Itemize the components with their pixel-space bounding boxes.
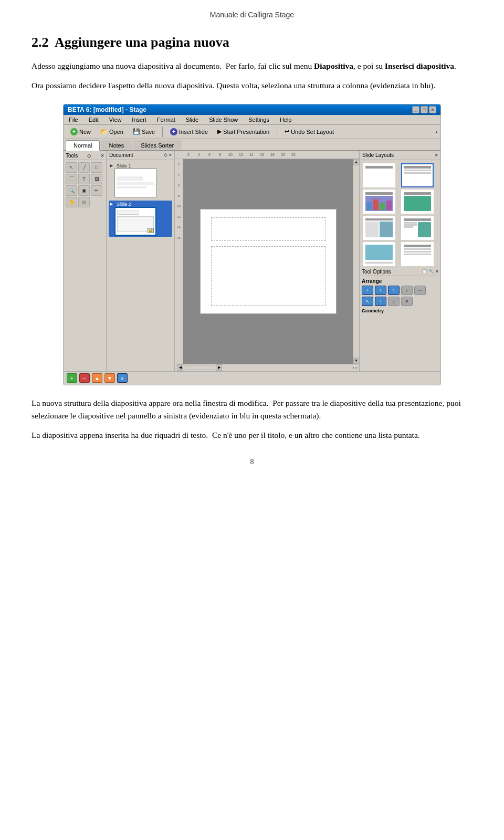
tool-options-icons[interactable]: 📋 🔧 × xyxy=(422,269,438,275)
tool-shape[interactable]: ◎ xyxy=(78,197,90,207)
slide-title-placeholder[interactable] xyxy=(211,217,326,241)
maximize-button[interactable]: □ xyxy=(421,106,428,113)
minimize-button[interactable]: _ xyxy=(412,106,419,113)
save-label: Save xyxy=(142,129,155,135)
tool-fill[interactable]: ▣ xyxy=(78,185,90,196)
arrange-btn-7[interactable]: ↑ xyxy=(375,297,386,306)
undo-button[interactable]: ↩ Undo Set Layout xyxy=(281,127,338,136)
presentation-icon: ▶ xyxy=(217,128,222,135)
tab-slides-sorter[interactable]: Slides Sorter xyxy=(133,140,182,150)
tab-normal[interactable]: Normal xyxy=(66,140,100,151)
ruler-mark-2: 2 xyxy=(183,153,194,156)
slide-2-thumb[interactable]: 🔒 xyxy=(114,207,156,236)
tool-image[interactable]: 🖼 xyxy=(91,174,102,184)
slide-item-1[interactable]: ▶ Slide 1 xyxy=(109,162,172,198)
menu-bar: File Edit View Insert Format Slide Slide… xyxy=(64,115,440,125)
slide-canvas[interactable] xyxy=(200,209,337,314)
menu-format[interactable]: Format xyxy=(155,116,177,123)
ruler-left: 2 4 6 8 10 12 14 16 xyxy=(175,159,183,364)
scroll-left-button[interactable]: ◀ xyxy=(177,364,183,371)
remove-slide-button[interactable]: − xyxy=(79,373,90,383)
menu-settings[interactable]: Settings xyxy=(246,116,271,123)
tool-options-title: Tool Options xyxy=(362,269,391,275)
slide-content-placeholder[interactable] xyxy=(211,246,326,306)
tool-rect[interactable]: □ xyxy=(91,162,102,173)
move-down-button[interactable]: ▼ xyxy=(104,373,115,383)
slide-item-2[interactable]: ▶ Slide 2 🔒 xyxy=(109,201,172,237)
tool-pointer[interactable]: ↖ xyxy=(66,162,77,173)
tool-hand[interactable]: ✋ xyxy=(66,197,77,207)
tool-text[interactable]: T xyxy=(78,174,90,184)
doc-expand-btn[interactable]: ◇ xyxy=(164,152,167,158)
scroll-track-h[interactable] xyxy=(184,365,215,370)
menu-insert[interactable]: Insert xyxy=(130,116,149,123)
tool-options-header: Tool Options 📋 🔧 × xyxy=(362,269,438,276)
tool-line[interactable]: ╱ xyxy=(78,162,90,173)
add-slide-button[interactable]: + xyxy=(67,373,77,383)
layout-text-image[interactable] xyxy=(401,216,434,240)
slide-list: ▶ Slide 1 xyxy=(107,160,174,371)
layout8-l1 xyxy=(404,245,431,247)
layout-title-only[interactable] xyxy=(401,163,434,187)
tools-title: Tools xyxy=(66,153,78,159)
scroll-right-button[interactable]: ▶ xyxy=(216,364,222,371)
layout-title-chart[interactable] xyxy=(363,190,395,214)
arrange-btn-1[interactable]: + xyxy=(362,286,373,295)
slide-layouts-title: Slide Layouts xyxy=(362,152,394,158)
tool-row-4: ✋ ◎ xyxy=(66,197,104,207)
menu-edit[interactable]: Edit xyxy=(87,116,101,123)
tool-zoom[interactable]: 🔍 xyxy=(66,185,77,196)
arrange-row-2: ↖ ↑ ↓ ✕ xyxy=(362,297,438,306)
layout4-image xyxy=(404,196,431,211)
ruler-mark-14: 14 xyxy=(246,153,257,156)
layout-image-caption[interactable] xyxy=(363,242,395,266)
tools-expand[interactable]: ◇ xyxy=(87,153,91,159)
slide-1-wrap: ▶ Slide 1 xyxy=(110,163,171,197)
arrange-btn-9[interactable]: ✕ xyxy=(401,297,413,306)
insert-slide-button[interactable]: + Insert Slide xyxy=(166,127,212,137)
new-button[interactable]: + New xyxy=(67,127,94,137)
slide-2-name: Slide 2 xyxy=(117,202,131,207)
open-label: Open xyxy=(109,129,123,135)
start-presentation-button[interactable]: ▶ Start Presentation xyxy=(214,127,273,136)
tool-extra[interactable]: ✏ xyxy=(91,185,102,196)
menu-slide[interactable]: Slide xyxy=(184,116,201,123)
slide-2-arrow: ▶ xyxy=(110,202,113,206)
open-button[interactable]: 📂 Open xyxy=(97,127,127,136)
toolbar-expand[interactable]: › xyxy=(435,129,437,135)
layout-lines[interactable] xyxy=(401,242,434,266)
scroll-up-button[interactable]: ▲ xyxy=(353,159,360,165)
ruler-mark-10: 10 xyxy=(225,153,236,156)
menu-view[interactable]: View xyxy=(107,116,124,123)
layout-blank[interactable] xyxy=(363,163,395,187)
layout-two-col[interactable] xyxy=(363,216,395,240)
tool-curve[interactable]: ⌒ xyxy=(66,174,77,184)
arrange-btn-3[interactable]: ↑ xyxy=(388,286,400,295)
menu-slideshow[interactable]: Slide Show xyxy=(207,116,240,123)
arrange-btn-2[interactable]: + xyxy=(375,286,386,295)
action-button[interactable]: ≡ xyxy=(117,373,128,383)
tab-notes[interactable]: Notes xyxy=(101,140,132,150)
main-area: Tools ◇ × ↖ ╱ □ ⌒ T 🖼 🔍 ▣ ✏ ✋ ◎ xyxy=(64,151,440,371)
menu-file[interactable]: File xyxy=(67,116,80,123)
canvas-nav-right[interactable]: › xyxy=(355,365,357,370)
save-button[interactable]: 💾 Save xyxy=(129,127,159,136)
move-up-button[interactable]: ▲ xyxy=(92,373,102,383)
canvas-nav-left[interactable]: ‹ xyxy=(353,365,354,370)
arrange-btn-8[interactable]: ↓ xyxy=(388,297,400,306)
arrange-btn-6[interactable]: ↖ xyxy=(362,297,373,306)
scroll-down-button[interactable]: ▼ xyxy=(353,358,360,364)
layout-title-image[interactable] xyxy=(401,190,434,214)
slide-1-thumb[interactable] xyxy=(114,169,156,197)
close-button[interactable]: × xyxy=(429,106,436,113)
menu-help[interactable]: Help xyxy=(278,116,294,123)
open-icon: 📂 xyxy=(100,128,108,135)
doc-close-btn[interactable]: × xyxy=(169,152,172,158)
arrange-btn-5[interactable]: → xyxy=(414,286,426,295)
save-icon: 💾 xyxy=(133,128,140,135)
tools-close[interactable]: × xyxy=(101,153,104,159)
arrange-btn-4[interactable]: ↓ xyxy=(401,286,413,295)
layouts-close-icon[interactable]: × xyxy=(435,152,438,158)
undo-label: Undo Set Layout xyxy=(291,129,334,135)
scroll-track-v[interactable] xyxy=(353,165,360,358)
